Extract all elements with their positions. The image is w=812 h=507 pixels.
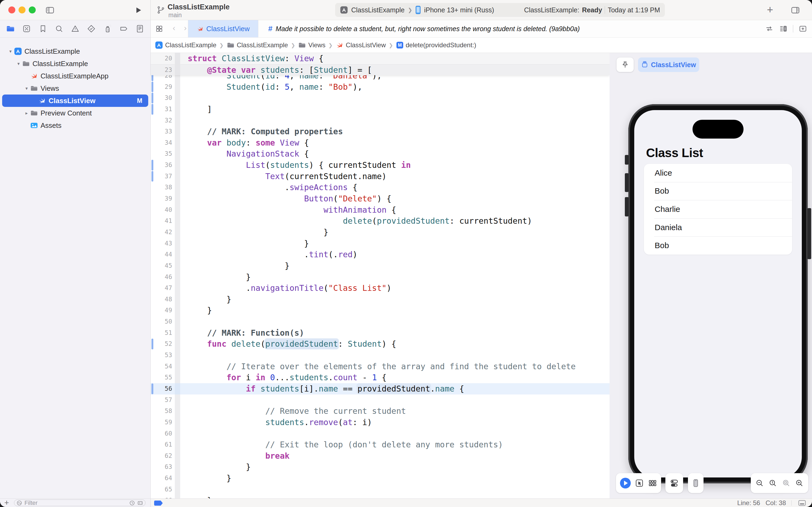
chevron-down-icon[interactable]: ▾ (15, 61, 22, 67)
focus-ribbon[interactable] (175, 294, 180, 305)
navigator-tab-project-icon[interactable] (6, 24, 15, 33)
focus-ribbon[interactable] (175, 439, 180, 450)
focus-ribbon[interactable] (175, 137, 180, 149)
source-control-filter-icon[interactable] (137, 500, 143, 506)
code-line-35[interactable]: 35 NavigationStack { (151, 148, 610, 160)
sidebar-item-classlistexampleapp[interactable]: ClassListExampleApp (0, 70, 151, 82)
code-line-66[interactable]: 66 } (151, 495, 610, 498)
sidebar-item-assets[interactable]: Assets (0, 119, 151, 131)
navigator-tab-issues-icon[interactable] (71, 24, 80, 33)
focus-ribbon[interactable] (175, 171, 180, 182)
focus-ribbon[interactable] (175, 372, 180, 383)
navigator-tab-breakpoints-icon[interactable] (119, 24, 128, 33)
code-line-47[interactable]: 47 .navigationTitle("Class List") (151, 282, 610, 294)
focus-ribbon[interactable] (175, 461, 180, 472)
code-line-58[interactable]: 58 // Remove the current student (151, 405, 610, 417)
focus-ribbon[interactable] (175, 495, 180, 498)
navigator-tab-tests-icon[interactable] (87, 24, 96, 33)
navigator-tab-bookmarks-icon[interactable] (39, 24, 48, 33)
focus-ribbon[interactable] (175, 260, 180, 272)
code-line-50[interactable]: 50 (151, 316, 610, 327)
code-line-34[interactable]: 34 var body: some View { (151, 137, 610, 149)
zoom-in-icon[interactable] (795, 479, 804, 488)
go-forward-icon[interactable]: › (184, 23, 187, 33)
code-line-30[interactable]: 30 (151, 92, 610, 104)
focus-ribbon[interactable] (175, 472, 180, 484)
code-line-48[interactable]: 48 } (151, 294, 610, 305)
student-list[interactable]: AliceBobCharlieDanielaBob (644, 164, 792, 255)
filter-input[interactable]: Filter (14, 500, 146, 506)
run-destination-label[interactable]: iPhone 13+ mini (Russ) (424, 6, 494, 14)
navigator-tab-source-control-icon[interactable] (22, 24, 31, 33)
focus-ribbon[interactable] (175, 193, 180, 204)
focus-ribbon[interactable] (175, 394, 180, 406)
swap-editors-icon[interactable] (765, 24, 773, 33)
code-line-44[interactable]: 44 .tint(.red) (151, 249, 610, 260)
code-line-60[interactable]: 60 (151, 428, 610, 439)
code-line-20[interactable]: 20struct ClassListView: View { (151, 53, 610, 64)
student-row[interactable]: Bob (644, 236, 792, 255)
focus-ribbon[interactable] (175, 227, 180, 238)
editor-options-icon[interactable] (779, 24, 788, 33)
code-line-59[interactable]: 59 students.remove(at: i) (151, 417, 610, 428)
focus-ribbon[interactable] (175, 53, 180, 64)
code-line-31[interactable]: 31 ] (151, 104, 610, 115)
focus-ribbon[interactable] (175, 215, 180, 227)
focus-ribbon[interactable] (175, 450, 180, 462)
focus-ribbon[interactable] (175, 361, 180, 372)
focus-ribbon[interactable] (175, 272, 180, 283)
focus-ribbon[interactable] (175, 350, 180, 361)
code-line-38[interactable]: 38 .swipeActions { (151, 182, 610, 193)
code-review-tag-icon[interactable] (154, 501, 163, 506)
code-line-36[interactable]: 36 List(students) { currentStudent in (151, 160, 610, 171)
focus-ribbon[interactable] (175, 148, 180, 160)
focus-ribbon[interactable] (175, 204, 180, 216)
focus-ribbon[interactable] (175, 282, 180, 294)
student-row[interactable]: Alice (644, 164, 792, 182)
library-add-icon[interactable]: + (767, 4, 773, 16)
code-line-40[interactable]: 40 withAnimation { (151, 204, 610, 216)
code-lines[interactable]: 28 Student(id: 4, name: "Daniela"),29 St… (151, 70, 610, 498)
scheme-bar[interactable]: ClassListExample ❯ iPhone 13+ mini (Russ… (335, 3, 665, 17)
focus-ribbon[interactable] (175, 338, 180, 350)
device-settings-icon[interactable] (670, 478, 679, 488)
live-preview-button[interactable] (620, 478, 631, 489)
code-line-37[interactable]: 37 Text(currentStudent.name) (151, 171, 610, 182)
navigator-tab-reports-icon[interactable] (135, 24, 144, 33)
breadcrumb-item[interactable]: Mdelete(providedStudent:) (396, 41, 476, 49)
source-editor[interactable]: 28 Student(id: 4, name: "Daniela"),29 St… (151, 53, 610, 498)
code-line-39[interactable]: 39 Button("Delete") { (151, 193, 610, 204)
close-window-button[interactable] (8, 6, 15, 13)
code-line-52[interactable]: 52 func delete(providedStudent: Student)… (151, 338, 610, 350)
tab-classlistview[interactable]: ClassListView (188, 20, 258, 37)
navigator-tab-find-icon[interactable] (55, 24, 64, 33)
toggle-inspector-icon[interactable] (791, 5, 800, 15)
focus-ribbon[interactable] (175, 417, 180, 428)
tab-overview-icon[interactable] (155, 25, 163, 33)
editor-layout-icon[interactable] (798, 500, 806, 506)
student-row[interactable]: Bob (644, 182, 792, 200)
code-line-51[interactable]: 51 // MARK: Function(s) (151, 327, 610, 339)
code-line-63[interactable]: 63 } (151, 461, 610, 472)
student-row[interactable]: Charlie (644, 200, 792, 218)
go-back-icon[interactable]: ‹ (173, 23, 175, 33)
focus-ribbon[interactable] (175, 64, 180, 75)
variants-icon[interactable] (648, 478, 657, 488)
code-line-64[interactable]: 64 } (151, 472, 610, 484)
focus-ribbon[interactable] (175, 182, 180, 193)
code-line-54[interactable]: 54 // Iterate over the elements of the a… (151, 361, 610, 372)
code-line-45[interactable]: 45 } (151, 260, 610, 272)
sidebar-item-preview-content[interactable]: ▸Preview Content (0, 107, 151, 119)
focus-ribbon[interactable] (175, 160, 180, 171)
zoom-out-icon[interactable] (755, 479, 764, 488)
focus-ribbon[interactable] (175, 428, 180, 439)
focus-ribbon[interactable] (175, 126, 180, 137)
selectable-mode-icon[interactable] (635, 478, 644, 488)
minimize-window-button[interactable] (18, 6, 25, 13)
chevron-down-icon[interactable]: ▾ (7, 49, 14, 54)
code-line-43[interactable]: 43 } (151, 238, 610, 249)
focus-ribbon[interactable] (175, 115, 180, 126)
sidebar-item-classlistview[interactable]: ClassListViewM (2, 95, 148, 107)
toggle-navigator-icon[interactable] (45, 5, 55, 15)
breadcrumb-item[interactable]: ClassListView (336, 41, 386, 49)
